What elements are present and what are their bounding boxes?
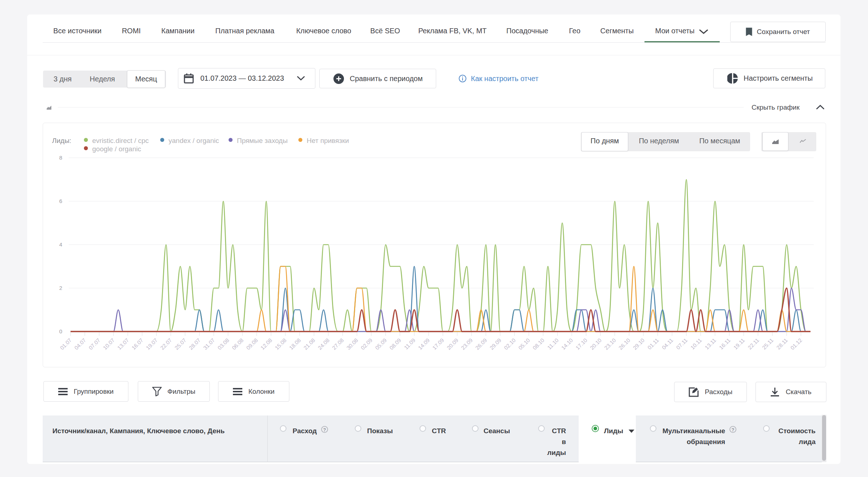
svg-text:30.08: 30.08 — [345, 337, 359, 351]
svg-text:09.08: 09.08 — [245, 337, 259, 351]
svg-text:05.09: 05.09 — [374, 337, 388, 351]
svg-text:23.10: 23.10 — [603, 337, 617, 351]
svg-text:14.09: 14.09 — [417, 337, 431, 351]
svg-text:21.08: 21.08 — [302, 337, 316, 351]
svg-text:04.11: 04.11 — [661, 337, 675, 351]
svg-text:11.09: 11.09 — [403, 337, 417, 351]
svg-text:08.10: 08.10 — [531, 337, 545, 351]
svg-text:01.11: 01.11 — [646, 337, 660, 351]
svg-text:07.11: 07.11 — [675, 337, 689, 351]
svg-text:18.08: 18.08 — [288, 337, 302, 351]
svg-text:13.07: 13.07 — [116, 337, 130, 351]
svg-text:06.08: 06.08 — [231, 337, 245, 351]
svg-text:27.08: 27.08 — [331, 337, 345, 351]
svg-text:15.08: 15.08 — [274, 337, 288, 351]
svg-text:16.07: 16.07 — [131, 337, 145, 351]
svg-text:19.07: 19.07 — [145, 337, 159, 351]
svg-text:22.11: 22.11 — [746, 337, 760, 351]
svg-text:20.10: 20.10 — [589, 337, 603, 351]
svg-text:13.11: 13.11 — [703, 337, 717, 351]
svg-text:04.07: 04.07 — [73, 337, 87, 351]
svg-text:05.10: 05.10 — [517, 337, 531, 351]
svg-text:26.09: 26.09 — [474, 337, 488, 351]
svg-text:29.09: 29.09 — [489, 337, 503, 351]
svg-text:25.11: 25.11 — [761, 337, 775, 351]
svg-text:17.10: 17.10 — [574, 337, 588, 351]
svg-text:10.07: 10.07 — [102, 337, 116, 351]
svg-text:17.09: 17.09 — [431, 337, 445, 351]
svg-text:12.08: 12.08 — [259, 337, 273, 351]
svg-text:16.11: 16.11 — [718, 337, 732, 351]
svg-text:2: 2 — [59, 285, 62, 291]
svg-text:02.10: 02.10 — [503, 337, 517, 351]
svg-text:8: 8 — [59, 155, 62, 161]
svg-text:02.09: 02.09 — [359, 337, 374, 351]
svg-text:01.12: 01.12 — [789, 337, 803, 351]
svg-text:26.10: 26.10 — [617, 337, 631, 351]
svg-text:07.07: 07.07 — [88, 337, 102, 351]
svg-text:29.10: 29.10 — [632, 337, 646, 351]
svg-text:14.10: 14.10 — [560, 337, 574, 351]
svg-text:28.11: 28.11 — [775, 337, 789, 351]
svg-text:03.08: 03.08 — [216, 337, 230, 351]
svg-text:01.07: 01.07 — [59, 337, 73, 351]
svg-text:4: 4 — [59, 241, 62, 248]
svg-text:24.08: 24.08 — [316, 337, 331, 351]
svg-text:19.11: 19.11 — [732, 337, 746, 351]
svg-text:10.11: 10.11 — [689, 337, 703, 351]
svg-text:20.09: 20.09 — [446, 337, 460, 351]
svg-text:6: 6 — [59, 198, 62, 204]
svg-text:23.09: 23.09 — [460, 337, 474, 351]
svg-text:25.07: 25.07 — [173, 337, 187, 351]
svg-text:0: 0 — [59, 328, 62, 334]
svg-text:08.09: 08.09 — [388, 337, 402, 351]
svg-text:22.07: 22.07 — [159, 337, 173, 351]
svg-text:28.07: 28.07 — [188, 337, 202, 351]
svg-text:11.10: 11.10 — [546, 337, 560, 351]
svg-text:31.07: 31.07 — [202, 337, 216, 351]
